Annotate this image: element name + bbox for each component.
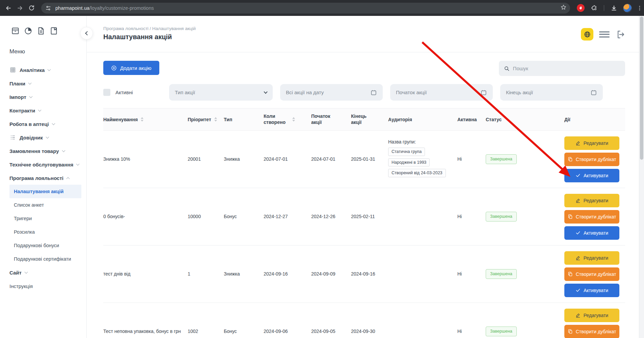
column-header-priority[interactable]: Пріоритет xyxy=(188,117,224,122)
calendar-icon xyxy=(370,89,377,96)
sidebar-subitem-promotions-settings[interactable]: Налаштування акцій xyxy=(9,185,81,198)
sidebar-subitem-label: Тригери xyxy=(14,216,32,221)
calendar-icon xyxy=(590,89,597,96)
activate-button[interactable]: Активувати xyxy=(564,169,619,182)
all-promotions-date-filter[interactable]: Всі акції на дату xyxy=(280,84,383,101)
cell-audience: Назва групи: Статична група Народжені в … xyxy=(388,139,457,180)
bookmark-star-button[interactable] xyxy=(560,4,567,12)
column-header-actions: Дії xyxy=(564,117,625,122)
active-checkbox[interactable] xyxy=(103,89,110,96)
browser-reload-button[interactable] xyxy=(26,2,37,14)
column-header-type: Тип xyxy=(224,117,264,122)
sidebar-item-label: Плани xyxy=(9,81,25,86)
scrollbar-thumb[interactable] xyxy=(640,17,643,160)
sidebar-item-label: Замовлення товару xyxy=(9,148,59,154)
duplicate-button[interactable]: Створити дублікат xyxy=(564,267,619,281)
column-header-status: Статус xyxy=(486,117,564,122)
archive-box-icon[interactable] xyxy=(10,26,20,35)
duplicate-button[interactable]: Створити дублікат xyxy=(564,153,619,166)
column-header-created[interactable]: Коли створено xyxy=(264,113,311,125)
page-scrollbar[interactable] xyxy=(639,16,644,338)
sidebar-collapse-button[interactable] xyxy=(80,27,93,40)
sidebar-subitem-label: Список анкет xyxy=(14,202,44,208)
chevron-up-icon xyxy=(66,177,70,180)
cell-name: Знижка 10% xyxy=(103,156,188,162)
edit-button[interactable]: Редагувати xyxy=(564,136,619,150)
add-promotion-button[interactable]: Додати акцію xyxy=(103,61,159,75)
sidebar-subitem-gift-bonuses[interactable]: Подарункові бонуси xyxy=(9,239,81,252)
column-header-name[interactable]: Найменування xyxy=(103,117,188,122)
search-input[interactable] xyxy=(513,66,620,71)
duplicate-button[interactable]: Створити дублікат xyxy=(564,210,619,224)
logout-icon xyxy=(615,29,625,40)
sidebar-item-loyalty-program[interactable]: Програма лояльності xyxy=(0,171,86,185)
sidebar-item-site[interactable]: Сайт xyxy=(0,266,86,279)
cell-active: Ні xyxy=(457,271,486,277)
downloads-button[interactable] xyxy=(608,2,620,14)
sidebar-item-import[interactable]: Імпорт xyxy=(0,90,86,104)
url-host: pharmapoint.ua xyxy=(55,5,89,11)
page-header: Програма лояльності / Налаштування акцій… xyxy=(87,16,644,52)
start-date-filter[interactable]: Початок акції xyxy=(390,84,493,101)
sidebar-item-label: Сайт xyxy=(9,270,22,276)
sidebar-item-instruction[interactable]: Інструкція xyxy=(0,279,86,293)
cell-created: 2024-09-16 xyxy=(264,271,311,277)
breadcrumb: Програма лояльності / Налаштування акцій xyxy=(103,26,196,31)
kebab-menu-icon xyxy=(637,5,643,11)
sidebar-item-plans[interactable]: Плани xyxy=(0,77,86,90)
column-header-audience: Аудиторія xyxy=(388,117,457,122)
menu-toggle-button[interactable] xyxy=(599,31,610,38)
activate-button[interactable]: Активувати xyxy=(564,284,619,297)
end-date-filter[interactable]: Кінець акції xyxy=(500,84,603,101)
duplicate-button[interactable]: Створити дублікат xyxy=(564,325,619,338)
sidebar-subitem-label: Налаштування акцій xyxy=(14,189,63,194)
copy-icon xyxy=(568,271,573,277)
pie-chart-icon[interactable] xyxy=(23,26,33,35)
sidebar-subitem-gift-certificates[interactable]: Подарункові сертифікати xyxy=(9,252,81,266)
sidebar-item-directory[interactable]: Довідник xyxy=(0,131,86,144)
activate-button[interactable]: Активувати xyxy=(564,226,619,240)
sidebar-item-goods-order[interactable]: Замовлення товару xyxy=(0,144,86,158)
promotion-type-select[interactable]: Тип акції xyxy=(169,84,273,101)
cell-end: 2025-01-31 xyxy=(351,156,388,162)
logout-button[interactable] xyxy=(615,29,625,40)
site-settings-icon[interactable] xyxy=(45,5,51,11)
browser-toolbar: pharmapoint.ua/loyalty/customize-promoti… xyxy=(0,0,644,16)
adblock-extension-button[interactable] xyxy=(575,2,586,14)
sort-icon xyxy=(292,117,295,122)
chevron-down-icon xyxy=(28,81,31,85)
globe-icon xyxy=(584,31,591,38)
profile-button[interactable] xyxy=(622,2,633,14)
sidebar-item-maintenance[interactable]: Технічне обслуговування xyxy=(0,158,86,171)
edit-button[interactable]: Редагувати xyxy=(564,251,619,265)
edit-button[interactable]: Редагувати xyxy=(564,194,619,207)
sidebar-subitem-triggers[interactable]: Тригери xyxy=(9,212,81,225)
book-icon[interactable] xyxy=(49,26,58,35)
chevron-down-icon xyxy=(29,95,32,98)
sidebar-item-analytics[interactable]: Аналітика xyxy=(0,63,86,77)
list-icon xyxy=(9,134,16,141)
search-box xyxy=(499,61,625,76)
language-button[interactable] xyxy=(581,28,593,41)
sidebar-subitem-questionnaires[interactable]: Список анкет xyxy=(9,198,81,212)
content-toolbar: Додати акцію xyxy=(103,61,625,76)
sidebar-item-label: Довідник xyxy=(20,135,43,140)
cell-type: Бонус xyxy=(224,328,264,335)
edit-button[interactable]: Редагувати xyxy=(564,309,619,322)
browser-back-button[interactable] xyxy=(3,2,14,14)
extensions-button[interactable] xyxy=(588,2,600,14)
column-header-active: Активна xyxy=(457,117,486,122)
date-filter-label: Початок акції xyxy=(396,89,427,95)
check-icon xyxy=(575,288,581,293)
address-bar[interactable]: pharmapoint.ua/loyalty/customize-promoti… xyxy=(41,3,570,14)
active-filter[interactable]: Активні xyxy=(103,89,169,96)
cell-created: 2024-12-27 xyxy=(264,213,311,220)
sidebar-item-contracts[interactable]: Контракти xyxy=(0,104,86,117)
sidebar-item-pharmacy-work[interactable]: Робота в аптеці xyxy=(0,117,86,131)
sort-icon xyxy=(141,117,143,122)
document-icon[interactable] xyxy=(36,26,46,35)
browser-forward-button[interactable] xyxy=(14,2,26,14)
cell-created: 2024-09-06 xyxy=(264,328,311,335)
browser-menu-button[interactable] xyxy=(635,2,644,14)
sidebar-subitem-mailing[interactable]: Розсилка xyxy=(9,225,81,239)
